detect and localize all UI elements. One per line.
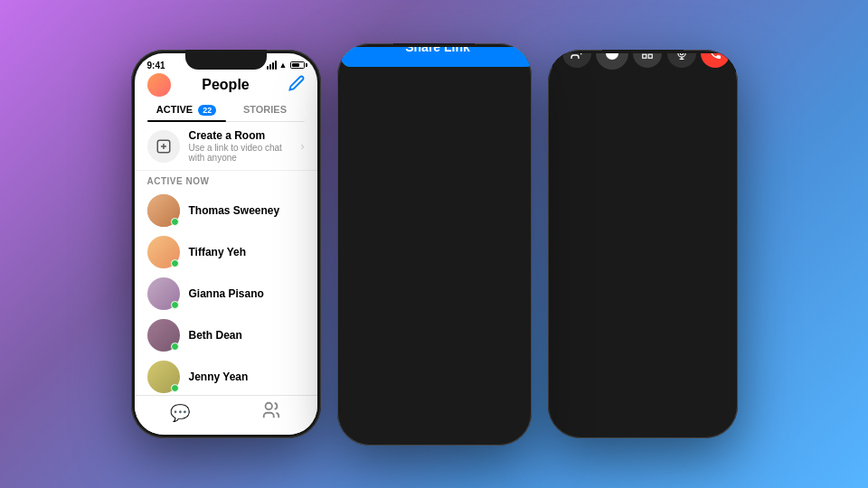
svg-rect-20 [643,54,646,58]
list-item[interactable]: Gianna Pisano [135,273,317,314]
tabs-bar: ACTIVE 22 STORIES [147,99,305,122]
status-icons-left: ▲ [267,61,305,70]
end-call-button[interactable] [701,53,730,68]
room-icon [147,130,180,163]
active-badge: 22 [198,105,216,116]
phone-right: 9:41 ▲ [548,50,738,438]
online-indicator [171,218,179,226]
mic-button[interactable] [667,53,696,68]
contact-name: Gianna Pisano [189,287,264,300]
online-indicator [171,343,179,351]
room-text: Create a Room Use a link to video chat w… [189,129,292,163]
status-time-left: 9:41 [147,61,165,70]
people-grid-button[interactable] [633,53,662,68]
screen-center: 9:41 ▲ [341,47,532,67]
avatar-wrap [147,236,180,268]
avatar-wrap [147,319,180,352]
contact-name: Beth Dean [189,329,242,342]
online-indicator [171,384,179,392]
chevron-right-icon: › [301,140,305,153]
section-label: ACTIVE NOW [135,171,317,190]
list-item[interactable]: Tiffany Yeh [135,231,317,273]
page-title: People [202,77,249,93]
list-item[interactable]: Jenny Yean [135,356,317,398]
list-item[interactable]: Thomas Sweeney [135,190,317,231]
tab-stories[interactable]: STORIES [226,99,305,121]
list-item[interactable]: Beth Dean [135,314,317,356]
avatar-wrap [147,361,180,393]
contact-name: Tiffany Yeh [189,246,247,258]
create-room-item[interactable]: Create a Room Use a link to video chat w… [135,122,317,171]
left-header: People [135,73,317,99]
avatar-wrap [147,194,180,227]
online-indicator [171,301,179,309]
bottom-nav: 💬 [135,395,317,435]
svg-point-3 [266,403,272,409]
battery-icon [290,61,305,69]
center-bottom: Who Can Join People with the link › Shar… [341,47,532,67]
avatar-wrap [147,277,180,310]
avatar [147,73,171,97]
contact-name: Thomas Sweeney [189,204,280,217]
share-link-button[interactable]: Share Link [341,47,532,67]
screen-left: 9:41 ▲ People [135,53,317,435]
add-person-button[interactable] [562,53,591,68]
right-bottom-controls [552,53,738,73]
svg-rect-21 [649,54,653,58]
people-nav-icon[interactable] [261,400,281,425]
room-title: Create a Room [189,129,292,142]
contact-name: Jenny Yean [189,371,249,383]
screen-right: 9:41 ▲ [552,53,738,73]
phone-center: 9:41 ▲ [337,43,532,446]
wifi-icon: ▲ [279,61,288,70]
notch-left [185,50,267,70]
compose-icon[interactable] [288,75,305,95]
record-button[interactable] [596,53,628,70]
tab-active[interactable]: ACTIVE 22 [147,99,226,121]
online-indicator [171,259,179,267]
signal-icon [267,61,277,70]
phones-container: 9:41 ▲ People [131,43,738,446]
phone-left: 9:41 ▲ People [131,50,321,438]
chat-nav-icon[interactable]: 💬 [170,403,190,423]
room-subtitle: Use a link to video chat with anyone [189,143,292,163]
